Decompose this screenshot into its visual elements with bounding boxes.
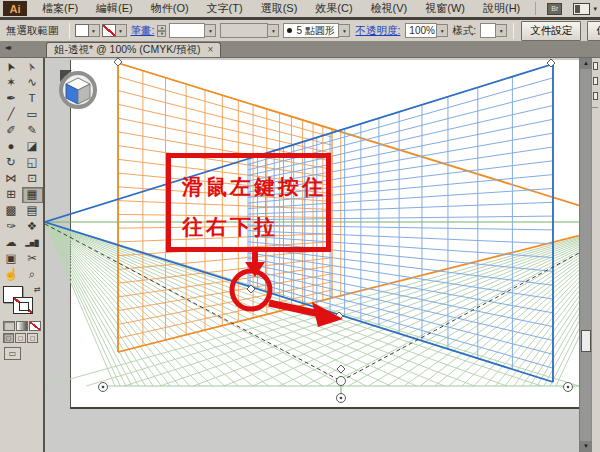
tool-width-tool[interactable]: ⋈ bbox=[1, 171, 22, 187]
document-tab[interactable]: 姐-透視* @ 100% (CMYK/預視) × bbox=[46, 42, 221, 57]
tool-gradient-tool[interactable]: ▤ bbox=[22, 203, 43, 219]
grid-line bbox=[118, 104, 332, 153]
collapsed-panel-icon[interactable] bbox=[593, 92, 598, 100]
menu-item-2[interactable]: 物件(O) bbox=[142, 0, 198, 17]
workspace-switcher[interactable]: ▼ bbox=[567, 3, 598, 15]
menu-item-1[interactable]: 編輯(E) bbox=[87, 0, 142, 17]
menu-item-4[interactable]: 選取(S) bbox=[252, 0, 307, 17]
main-area: ➤➢✶∿✒T╱▭✐✎●◪↻◱⋈⊡⊞▦▩▤✑❖☁▂▅█▣✂☝⌕ ⇄ ▢ ▢ ▢ ▭ bbox=[0, 58, 600, 452]
tool-hand-tool[interactable]: ☝ bbox=[1, 267, 22, 283]
swap-fill-stroke-icon[interactable]: ⇄ bbox=[34, 285, 41, 294]
preferences-button[interactable]: 偏好設定 bbox=[587, 21, 600, 41]
document-setup-button[interactable]: 文件設定 bbox=[521, 21, 581, 41]
none-button[interactable] bbox=[29, 321, 41, 331]
opacity-link[interactable]: 不透明度: bbox=[355, 24, 400, 38]
tool-palette: ➤➢✶∿✒T╱▭✐✎●◪↻◱⋈⊡⊞▦▩▤✑❖☁▂▅█▣✂☝⌕ ⇄ ▢ ▢ ▢ ▭ bbox=[0, 58, 45, 452]
tool-free-transform-tool[interactable]: ⊡ bbox=[22, 171, 43, 187]
draw-behind-button[interactable]: ▢ bbox=[15, 333, 26, 343]
artboard-tool-icon: ▣ bbox=[6, 253, 17, 265]
tool-blend-tool[interactable]: ❖ bbox=[22, 219, 43, 235]
tool-rectangle-tool[interactable]: ▭ bbox=[22, 107, 43, 123]
tool-eraser-tool[interactable]: ◪ bbox=[22, 139, 43, 155]
opacity-dropdown[interactable]: 100% ▼ bbox=[405, 23, 448, 38]
screen-mode-button[interactable]: ▭ bbox=[4, 347, 21, 360]
menu-item-3[interactable]: 文字(T) bbox=[198, 0, 252, 17]
grid-line bbox=[45, 222, 170, 386]
perspective-grid-tool-icon: ▦ bbox=[27, 189, 38, 201]
stroke-weight-dropdown[interactable]: ▼ bbox=[169, 23, 216, 38]
tool-eyedropper-tool[interactable]: ✑ bbox=[1, 219, 22, 235]
canvas-area[interactable]: 滑鼠左鍵按住 往右下拉 bbox=[45, 58, 579, 452]
separator bbox=[513, 23, 514, 39]
line-segment-tool-icon: ╱ bbox=[8, 109, 15, 121]
grid-handle-circle[interactable] bbox=[337, 377, 346, 386]
tool-artboard-tool[interactable]: ▣ bbox=[1, 251, 22, 267]
tool-lasso-tool[interactable]: ∿ bbox=[22, 75, 43, 91]
hand-tool-icon: ☝ bbox=[4, 269, 18, 281]
scroll-up-icon[interactable]: ▲ bbox=[580, 58, 592, 69]
workspace-icon bbox=[573, 3, 590, 15]
gradient-tool-icon: ▤ bbox=[27, 205, 38, 217]
grid-handle-dot-center bbox=[102, 386, 105, 389]
tool-blob-brush-tool[interactable]: ● bbox=[1, 139, 22, 155]
selection-tool-icon: ➤ bbox=[4, 60, 18, 74]
tool-column-graph-tool[interactable]: ▂▅█ bbox=[22, 235, 43, 251]
plane-switcher-widget[interactable] bbox=[60, 70, 95, 107]
gradient-button[interactable] bbox=[16, 321, 28, 331]
blob-brush-tool-icon: ● bbox=[8, 141, 15, 153]
tool-line-segment-tool[interactable]: ╱ bbox=[1, 107, 22, 123]
brush-dropdown[interactable]: 5 點圓形 ▼ bbox=[283, 23, 350, 38]
fill-color-dropdown[interactable]: ▼ bbox=[75, 24, 100, 37]
menu-item-5[interactable]: 效果(C) bbox=[306, 0, 361, 17]
tool-direct-selection-tool[interactable]: ➢ bbox=[22, 59, 43, 75]
illustrator-window: Ai 檔案(F)編輯(E)物件(O)文字(T)選取(S)效果(C)檢視(V)視窗… bbox=[0, 0, 600, 452]
grid-line bbox=[118, 290, 332, 338]
stroke-color-dropdown[interactable]: ▼ bbox=[102, 24, 127, 37]
chevron-down-icon: ▼ bbox=[205, 24, 216, 37]
collapsed-panel-icon[interactable] bbox=[593, 77, 598, 85]
menu-item-0[interactable]: 檔案(F) bbox=[33, 0, 87, 17]
style-label: 樣式: bbox=[452, 24, 476, 38]
bridge-icon[interactable]: Br bbox=[547, 3, 562, 15]
pencil-tool-icon: ✎ bbox=[27, 125, 37, 137]
tool-scale-tool[interactable]: ◱ bbox=[22, 155, 43, 171]
collapse-dock-icon[interactable]: ◂◂ bbox=[0, 43, 44, 57]
scrollbar-thumb[interactable] bbox=[581, 330, 591, 352]
vertical-scrollbar[interactable]: ▲ ▼ bbox=[579, 58, 591, 452]
tool-pencil-tool[interactable]: ✎ bbox=[22, 123, 43, 139]
close-icon[interactable]: × bbox=[208, 45, 214, 55]
menu-item-8[interactable]: 說明(H) bbox=[474, 0, 529, 17]
stroke-swatch-large[interactable] bbox=[13, 297, 33, 314]
tool-type-tool[interactable]: T bbox=[22, 91, 43, 107]
separator bbox=[69, 23, 70, 39]
draw-mode-row: ▢ ▢ ▢ bbox=[0, 333, 43, 343]
tool-paintbrush-tool[interactable]: ✐ bbox=[1, 123, 22, 139]
tool-mesh-tool[interactable]: ▩ bbox=[1, 203, 22, 219]
tool-shape-builder-tool[interactable]: ⊞ bbox=[1, 187, 22, 203]
tool-symbol-sprayer-tool[interactable]: ☁ bbox=[1, 235, 22, 251]
tool-zoom-tool[interactable]: ⌕ bbox=[22, 267, 43, 283]
menu-bar: Ai 檔案(F)編輯(E)物件(O)文字(T)選取(S)效果(C)檢視(V)視窗… bbox=[0, 0, 600, 20]
tool-selection-tool[interactable]: ➤ bbox=[1, 59, 22, 75]
style-dropdown[interactable]: ▼ bbox=[480, 23, 507, 38]
stroke-weight-stepper[interactable]: ▲ ▼ bbox=[157, 25, 166, 37]
scroll-down-icon[interactable]: ▼ bbox=[580, 441, 592, 452]
direct-selection-tool-icon: ➢ bbox=[25, 60, 39, 74]
collapsed-panel-icon[interactable] bbox=[593, 62, 598, 70]
menu-item-7[interactable]: 視窗(W) bbox=[416, 0, 474, 17]
menu-item-6[interactable]: 檢視(V) bbox=[362, 0, 417, 17]
draw-normal-button[interactable]: ▢ bbox=[3, 333, 14, 343]
tool-magic-wand-tool[interactable]: ✶ bbox=[1, 75, 22, 91]
tool-pen-tool[interactable]: ✒ bbox=[1, 91, 22, 107]
tool-slice-tool[interactable]: ✂ bbox=[22, 251, 43, 267]
tool-perspective-grid-tool[interactable]: ▦ bbox=[22, 187, 43, 203]
brush-name: 5 點圓形 bbox=[296, 24, 334, 38]
color-button[interactable] bbox=[3, 321, 15, 331]
draw-inside-button[interactable]: ▢ bbox=[27, 333, 38, 343]
stroke-link[interactable]: 筆畫: bbox=[131, 24, 155, 38]
grid-line bbox=[118, 77, 332, 137]
tool-rotate-tool[interactable]: ↻ bbox=[1, 155, 22, 171]
variable-width-profile-dropdown[interactable]: ▼ bbox=[220, 23, 279, 38]
chevron-down-icon: ▼ bbox=[437, 24, 448, 37]
scale-tool-icon: ◱ bbox=[27, 157, 38, 169]
